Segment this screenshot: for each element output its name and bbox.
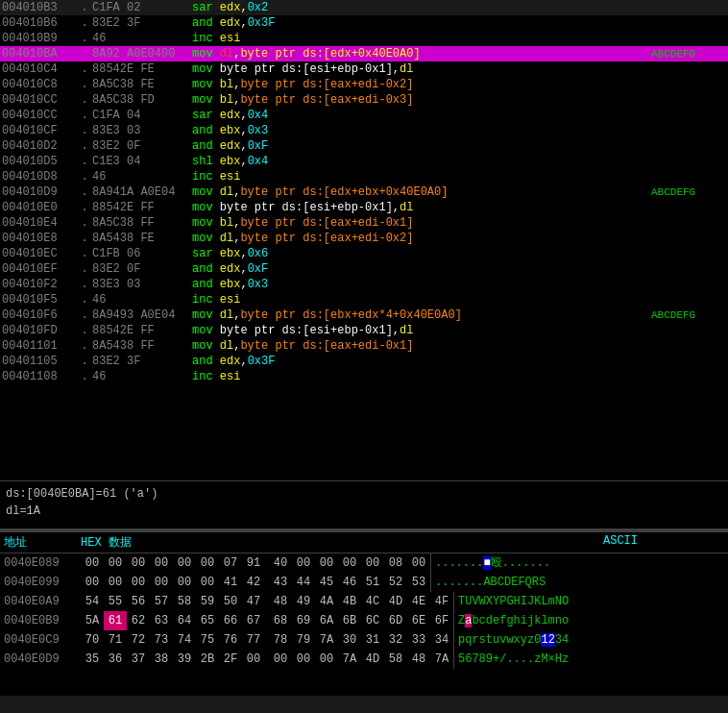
- hex-cell[interactable]: 36: [104, 650, 127, 669]
- disasm-row[interactable]: 004010FD.88542E FFmov byte ptr ds:[esi+e…: [0, 323, 728, 338]
- hex-row[interactable]: 0040E099000000000000414243444546515253..…: [0, 573, 728, 592]
- disasm-row[interactable]: 004010CC.C1FA 04sar edx,0x4: [0, 108, 728, 123]
- hex-cell[interactable]: 56: [127, 592, 150, 611]
- disasm-row[interactable]: 00401105.83E2 3Fand edx,0x3F: [0, 354, 728, 369]
- hex-cell[interactable]: 00: [173, 553, 196, 573]
- hex-cell[interactable]: 41: [219, 573, 242, 592]
- hex-cell[interactable]: 2B: [196, 650, 219, 669]
- hex-cell[interactable]: 55: [104, 592, 127, 611]
- hex-cell[interactable]: 46: [338, 573, 361, 592]
- disasm-row[interactable]: 004010EF.83E2 0Fand edx,0xF: [0, 261, 728, 277]
- hex-cell[interactable]: 33: [407, 630, 430, 650]
- hex-cell[interactable]: 63: [150, 611, 173, 630]
- hex-cell[interactable]: 4D: [361, 650, 384, 669]
- hex-cell[interactable]: 7A: [315, 630, 338, 650]
- hex-cell[interactable]: 34: [430, 630, 453, 650]
- disasm-row[interactable]: 004010EC.C1FB 06sar ebx,0x6: [0, 246, 728, 261]
- hex-cell[interactable]: 53: [407, 573, 430, 592]
- hex-cell[interactable]: 51: [361, 573, 384, 592]
- hex-cell[interactable]: 42: [242, 573, 265, 592]
- hex-cell[interactable]: 73: [150, 630, 173, 650]
- disasm-row[interactable]: 004010E0.88542E FFmov byte ptr ds:[esi+e…: [0, 200, 728, 215]
- hex-cell[interactable]: 4F: [430, 592, 453, 611]
- hex-cell[interactable]: 31: [361, 630, 384, 650]
- hex-cell[interactable]: 6E: [407, 611, 430, 630]
- hex-cell[interactable]: 6F: [430, 611, 453, 630]
- hex-cell[interactable]: 7A: [338, 650, 361, 669]
- disasm-row[interactable]: 004010F2.83E3 03and ebx,0x3: [0, 277, 728, 292]
- hex-cell[interactable]: 6B: [338, 611, 361, 630]
- hex-cell[interactable]: 4C: [361, 592, 384, 611]
- disasm-row[interactable]: 004010D8.46inc esi: [0, 169, 728, 184]
- hex-cell[interactable]: 00: [292, 650, 315, 669]
- hex-cell[interactable]: 65: [196, 611, 219, 630]
- hex-cell[interactable]: 35: [81, 650, 104, 669]
- hex-cell[interactable]: 50: [219, 592, 242, 611]
- hex-cell[interactable]: 77: [242, 630, 265, 650]
- hex-cell[interactable]: 40: [269, 553, 292, 573]
- disasm-row[interactable]: 004010B3.C1FA 02sar edx,0x2: [0, 0, 728, 15]
- hex-cell[interactable]: 6D: [384, 611, 407, 630]
- hex-cell[interactable]: 00: [104, 573, 127, 592]
- hex-cell[interactable]: 44: [292, 573, 315, 592]
- hex-cell[interactable]: 37: [127, 650, 150, 669]
- hex-cell[interactable]: 91: [242, 553, 265, 573]
- hex-cell[interactable]: 30: [338, 630, 361, 650]
- hex-cell[interactable]: 38: [150, 650, 173, 669]
- hex-cell[interactable]: 58: [384, 650, 407, 669]
- hex-cell[interactable]: 71: [104, 630, 127, 650]
- hex-cell[interactable]: 4E: [407, 592, 430, 611]
- disasm-row[interactable]: 004010E4.8A5C38 FFmov bl,byte ptr ds:[ea…: [0, 215, 728, 231]
- disasm-row[interactable]: 00401101.8A5438 FFmov dl,byte ptr ds:[ea…: [0, 338, 728, 354]
- hex-cell[interactable]: 48: [269, 592, 292, 611]
- hex-cell[interactable]: 07: [219, 553, 242, 573]
- hex-cell[interactable]: 58: [173, 592, 196, 611]
- hex-cell[interactable]: 00: [361, 553, 384, 573]
- hex-cell[interactable]: 62: [127, 611, 150, 630]
- hex-cell[interactable]: 00: [338, 553, 361, 573]
- hex-cell[interactable]: 00: [292, 553, 315, 573]
- hex-cell[interactable]: 4B: [338, 592, 361, 611]
- hex-cell[interactable]: 4D: [384, 592, 407, 611]
- hex-cell[interactable]: 6C: [361, 611, 384, 630]
- disasm-row[interactable]: 004010F5.46inc esi: [0, 292, 728, 307]
- hex-cell[interactable]: 79: [292, 630, 315, 650]
- hex-cell[interactable]: 47: [242, 592, 265, 611]
- hex-cell[interactable]: 4A: [315, 592, 338, 611]
- hex-cell[interactable]: 45: [315, 573, 338, 592]
- hex-cell[interactable]: 52: [384, 573, 407, 592]
- disasm-row[interactable]: 004010CF.83E3 03and ebx,0x3: [0, 123, 728, 138]
- hex-cell[interactable]: 78: [269, 630, 292, 650]
- hex-cell[interactable]: 59: [196, 592, 219, 611]
- hex-cell[interactable]: 57: [150, 592, 173, 611]
- disasm-row[interactable]: 004010D9.8A941A A0E04mov dl,byte ptr ds:…: [0, 184, 728, 200]
- hex-cell[interactable]: 2F: [219, 650, 242, 669]
- disasm-row[interactable]: 004010CC.8A5C38 FDmov bl,byte ptr ds:[ea…: [0, 92, 728, 108]
- hex-cell[interactable]: 70: [81, 630, 104, 650]
- hex-cell[interactable]: 39: [173, 650, 196, 669]
- hex-cell[interactable]: 00: [104, 553, 127, 573]
- hex-cell[interactable]: 61: [104, 611, 127, 630]
- hex-cell[interactable]: 00: [196, 553, 219, 573]
- disasm-row[interactable]: 00401108.46inc esi: [0, 369, 728, 384]
- disasm-row[interactable]: 004010F6.8A9493 A0E04mov dl,byte ptr ds:…: [0, 307, 728, 323]
- hex-cell[interactable]: 67: [242, 611, 265, 630]
- hex-row[interactable]: 0040E0B95A6162636465666768696A6B6C6D6E6F…: [0, 611, 728, 630]
- hex-cell[interactable]: 68: [269, 611, 292, 630]
- hex-cell[interactable]: 08: [384, 553, 407, 573]
- hex-cell[interactable]: 00: [127, 553, 150, 573]
- hex-cell[interactable]: 00: [81, 573, 104, 592]
- hex-cell[interactable]: 54: [81, 592, 104, 611]
- disasm-row[interactable]: 004010B6.83E2 3Fand edx,0x3F: [0, 15, 728, 31]
- hex-cell[interactable]: 74: [173, 630, 196, 650]
- hex-cell[interactable]: 32: [384, 630, 407, 650]
- hex-cell[interactable]: 00: [269, 650, 292, 669]
- disasm-row[interactable]: 004010BA 8A92 A0E0400mov dl,byte ptr ds:…: [0, 46, 728, 61]
- hex-cell[interactable]: 00: [196, 573, 219, 592]
- hex-cell[interactable]: 7A: [430, 650, 453, 669]
- disasm-row[interactable]: 004010B9.46inc esi: [0, 31, 728, 46]
- hex-cell[interactable]: 64: [173, 611, 196, 630]
- disasm-row[interactable]: 004010D5.C1E3 04shl ebx,0x4: [0, 154, 728, 169]
- hex-row[interactable]: 0040E089000000000000079140000000000800..…: [0, 553, 728, 573]
- hex-cell[interactable]: 76: [219, 630, 242, 650]
